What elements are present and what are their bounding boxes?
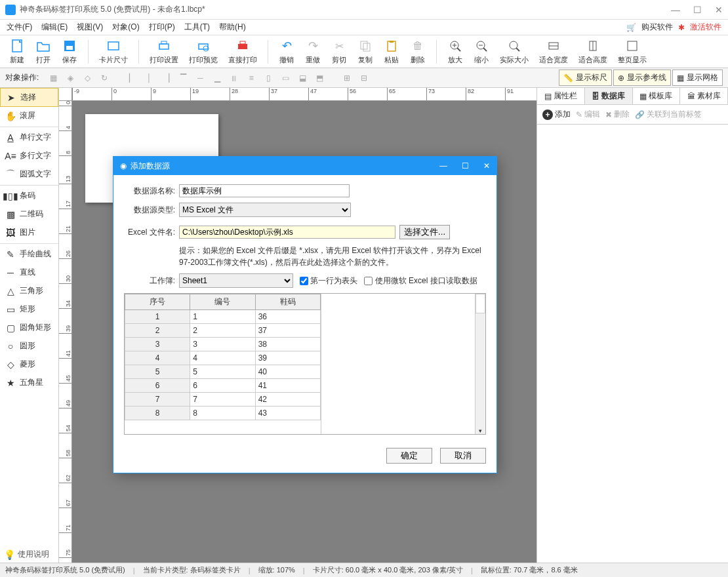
align-top[interactable]: ▔	[176, 71, 190, 85]
tb-zoom-actual[interactable]: 实际大小	[497, 37, 531, 66]
tool-rect[interactable]: ▭矩形	[0, 300, 58, 319]
tool-barcode[interactable]: ▮▯▮条码	[0, 187, 58, 205]
tb-print-direct[interactable]: 直接打印	[226, 37, 260, 66]
tb-fit-height[interactable]: 适合高度	[576, 37, 610, 66]
tool-select[interactable]: ➤选择	[0, 88, 58, 107]
cb-excel-api[interactable]: 使用微软 Excel 接口读取数据	[364, 275, 477, 287]
tb-cut[interactable]: ✂剪切	[329, 37, 350, 66]
cancel-button[interactable]: 取消	[440, 448, 486, 464]
toggle-ruler[interactable]: 📏显示标尺	[559, 70, 612, 86]
activate-link[interactable]: 激活软件	[690, 22, 721, 33]
align-btn-2[interactable]: ◈	[64, 71, 77, 85]
toggle-guides[interactable]: ⊕显示参考线	[613, 70, 671, 86]
dialog-maximize[interactable]: ☐	[462, 161, 469, 170]
tab-templates[interactable]: ▦模板库	[633, 88, 681, 104]
tb-paste[interactable]: 粘贴	[381, 37, 402, 66]
table-row[interactable]: 5540	[125, 365, 321, 379]
ungroup-btn[interactable]: ⊟	[357, 71, 371, 85]
db-link[interactable]: 🔗关联到当前标签	[635, 109, 702, 120]
table-row[interactable]: 2237	[125, 324, 321, 338]
tool-freehand[interactable]: ✎手绘曲线	[0, 245, 58, 264]
menu-object[interactable]: 对象(O)	[112, 22, 139, 33]
delete-icon: ✖	[605, 110, 612, 119]
preview-scrollbar[interactable]: ▴▾	[475, 294, 485, 434]
tool-image[interactable]: 🖼图片	[0, 224, 58, 242]
tb-print-setup[interactable]: 打印设置	[147, 37, 181, 66]
table-row[interactable]: 7742	[125, 393, 321, 407]
align-bottom[interactable]: ▁	[211, 71, 224, 85]
menu-help[interactable]: 帮助(H)	[219, 22, 246, 33]
tool-qrcode[interactable]: ▩二维码	[0, 205, 58, 224]
menu-print[interactable]: 打印(P)	[149, 22, 175, 33]
tb-save[interactable]: 保存	[59, 37, 80, 66]
tool-line[interactable]: ─直线	[0, 264, 58, 282]
sheet-select[interactable]: Sheet1	[179, 273, 293, 288]
align-right[interactable]: ▕	[159, 71, 172, 85]
tb-delete[interactable]: 🗑删除	[407, 37, 428, 66]
tab-assets[interactable]: 🏛素材库	[680, 88, 728, 104]
tool-star[interactable]: ★五角星	[0, 374, 58, 392]
tb-redo[interactable]: ↷重做	[302, 37, 323, 66]
browse-button[interactable]: 选择文件...	[399, 225, 450, 239]
group-btn[interactable]: ⊞	[340, 71, 354, 85]
align-left[interactable]: ▏	[125, 71, 138, 85]
tool-text-multi[interactable]: A≡多行文字	[0, 147, 58, 165]
ok-button[interactable]: 确定	[386, 448, 432, 464]
align-extra4[interactable]: ⬒	[313, 71, 326, 85]
menu-tools[interactable]: 工具(T)	[184, 22, 210, 33]
db-delete[interactable]: ✖删除	[605, 109, 630, 120]
ds-file-input[interactable]	[179, 226, 395, 239]
tab-database[interactable]: 🗄数据库	[585, 88, 633, 104]
dialog-close[interactable]: ✕	[483, 161, 490, 170]
align-extra3[interactable]: ⬓	[296, 71, 309, 85]
ds-type-select[interactable]: MS Excel 文件	[179, 203, 351, 217]
menu-edit[interactable]: 编辑(E)	[41, 22, 68, 33]
dialog-minimize[interactable]: —	[439, 161, 447, 170]
tb-fit-width[interactable]: 适合宽度	[536, 37, 571, 66]
tb-fit-page[interactable]: 整页显示	[615, 37, 649, 66]
distribute-v[interactable]: ≡	[245, 71, 258, 85]
menu-file[interactable]: 文件(F)	[7, 22, 32, 33]
tool-pan[interactable]: ✋滚屏	[0, 107, 58, 125]
table-row[interactable]: 8843	[125, 407, 321, 420]
tb-undo[interactable]: ↶撤销	[276, 37, 297, 66]
toggle-grid[interactable]: ▦显示网格	[672, 70, 723, 86]
tab-properties[interactable]: ▤属性栏	[537, 88, 585, 104]
table-row[interactable]: 1136	[125, 310, 321, 324]
db-edit[interactable]: ✎编辑	[576, 109, 600, 120]
dialog-titlebar[interactable]: ◉添加数据源 — ☐ ✕	[113, 157, 496, 175]
table-row[interactable]: 3338	[125, 338, 321, 351]
ds-name-input[interactable]	[179, 184, 350, 197]
table-row[interactable]: 4439	[125, 351, 321, 365]
menu-view[interactable]: 视图(V)	[77, 22, 103, 33]
table-row[interactable]: 6641	[125, 379, 321, 393]
db-add[interactable]: +添加	[542, 109, 571, 120]
tb-zoom-in[interactable]: 放大	[445, 37, 466, 66]
distribute-h[interactable]: ⫼	[228, 71, 241, 85]
tool-text-arc[interactable]: ⌒圆弧文字	[0, 165, 58, 184]
align-btn-3[interactable]: ◇	[81, 71, 94, 85]
align-center-h[interactable]: │	[142, 71, 155, 85]
align-middle[interactable]: ─	[193, 71, 207, 85]
tb-card-size[interactable]: 卡片尺寸	[96, 37, 131, 66]
tb-print-preview[interactable]: 打印预览	[186, 37, 220, 66]
cb-header-row[interactable]: 第一行为表头	[300, 275, 357, 287]
align-btn-4[interactable]: ↻	[98, 71, 111, 85]
tool-triangle[interactable]: △三角形	[0, 282, 58, 300]
buy-link[interactable]: 购买软件	[641, 22, 673, 33]
minimize-button[interactable]: —	[671, 5, 680, 15]
tb-new[interactable]: 新建	[7, 37, 28, 66]
align-btn-1[interactable]: ▦	[47, 71, 60, 85]
tool-circle[interactable]: ○圆形	[0, 337, 58, 355]
tb-zoom-out[interactable]: 缩小	[471, 37, 492, 66]
tb-open[interactable]: 打开	[33, 37, 54, 66]
close-button[interactable]: ✕	[715, 5, 723, 15]
maximize-button[interactable]: ☐	[693, 5, 702, 15]
tool-text-single[interactable]: A单行文字	[0, 129, 58, 147]
align-extra2[interactable]: ▭	[279, 71, 292, 85]
tb-copy[interactable]: 复制	[355, 37, 376, 66]
align-extra1[interactable]: ▯	[262, 71, 275, 85]
help-link[interactable]: 💡使用说明	[4, 549, 49, 560]
tool-roundrect[interactable]: ▢圆角矩形	[0, 319, 58, 337]
tool-diamond[interactable]: ◇菱形	[0, 355, 58, 374]
